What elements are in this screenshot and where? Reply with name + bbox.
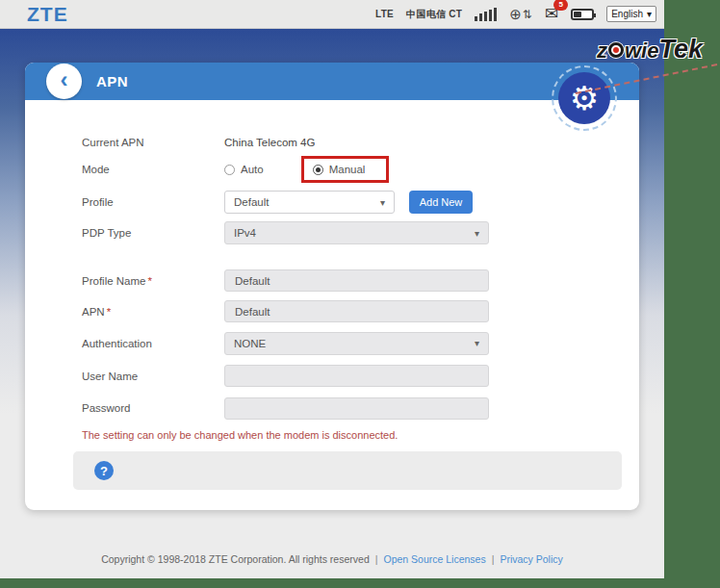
modem-warning-text: The setting can only be changed when the… bbox=[82, 429, 398, 441]
network-type-label: LTE bbox=[375, 9, 394, 19]
mode-label: Mode bbox=[82, 164, 224, 175]
updown-arrows-icon: ⇅ bbox=[523, 9, 532, 20]
mode-manual-label: Manual bbox=[329, 164, 366, 175]
required-asterisk: * bbox=[147, 275, 151, 287]
logo-text: Tek bbox=[658, 35, 703, 64]
language-value: English bbox=[611, 9, 643, 19]
battery-icon bbox=[571, 9, 594, 20]
chevron-down-icon: ▾ bbox=[647, 9, 652, 19]
radio-checked-icon bbox=[313, 165, 323, 175]
authentication-row: Authentication NONE ▾ bbox=[82, 332, 620, 354]
radio-unchecked-icon bbox=[224, 165, 235, 175]
required-asterisk: * bbox=[107, 306, 111, 318]
mode-manual-radio[interactable]: Manual bbox=[313, 164, 366, 175]
card-header: ‹ APN bbox=[25, 63, 639, 100]
user-name-label: User Name bbox=[82, 371, 224, 382]
router-admin-page: ZTE LTE 中国电信 CT ⊕ ⇅ ✉ 5 English ▾ bbox=[0, 0, 664, 578]
apn-input[interactable] bbox=[224, 300, 489, 322]
privacy-policy-link[interactable]: Privacy Policy bbox=[500, 553, 562, 565]
settings-gear-ring: ⚙ bbox=[552, 65, 617, 131]
profile-name-row: Profile Name* bbox=[82, 269, 620, 292]
password-row: Password bbox=[82, 396, 620, 420]
logo-text: wie bbox=[625, 38, 658, 64]
pdp-type-value: IPv4 bbox=[234, 227, 256, 239]
user-name-input[interactable] bbox=[224, 365, 489, 387]
authentication-select[interactable]: NONE ▾ bbox=[224, 332, 489, 355]
current-apn-value: China Telecom 4G bbox=[224, 137, 315, 148]
profile-name-input[interactable] bbox=[224, 269, 489, 292]
chevron-down-icon: ▾ bbox=[475, 228, 479, 239]
chevron-left-icon: ‹ bbox=[61, 68, 68, 91]
footer-separator: | bbox=[375, 553, 378, 565]
profile-select-value: Default bbox=[234, 196, 269, 208]
password-label: Password bbox=[82, 402, 224, 414]
mode-auto-label: Auto bbox=[241, 164, 264, 175]
language-select[interactable]: English ▾ bbox=[606, 6, 656, 22]
current-apn-row: Current APN China Telecom 4G bbox=[82, 131, 620, 154]
password-input[interactable] bbox=[224, 397, 489, 420]
page-background: ‹ APN ⚙ Current APN China Telecom 4G Mod… bbox=[0, 29, 664, 578]
mode-auto-radio[interactable]: Auto bbox=[224, 164, 264, 175]
authentication-label: Authentication bbox=[82, 338, 224, 349]
copyright-text: Copyright © 1998-2018 ZTE Corporation. A… bbox=[101, 553, 370, 565]
current-apn-label: Current APN bbox=[82, 137, 224, 148]
zowietek-logo: zwieTek bbox=[597, 35, 703, 64]
apn-settings-card: ‹ APN ⚙ Current APN China Telecom 4G Mod… bbox=[25, 63, 639, 510]
message-count-badge: 5 bbox=[553, 0, 568, 11]
chevron-down-icon: ▾ bbox=[475, 338, 479, 348]
carrier-label: 中国电信 CT bbox=[406, 8, 462, 21]
lens-dot-icon bbox=[608, 42, 624, 58]
footer-separator: | bbox=[492, 553, 495, 565]
help-icon[interactable]: ? bbox=[94, 461, 114, 480]
messages-indicator[interactable]: ✉ 5 bbox=[545, 6, 558, 23]
profile-name-label: Profile Name* bbox=[82, 275, 224, 287]
mode-row: Mode Auto Manual bbox=[82, 154, 620, 185]
apn-label: APN* bbox=[82, 306, 224, 318]
data-connection-icon: ⊕ ⇅ bbox=[509, 7, 532, 21]
help-bar: ? bbox=[73, 451, 622, 490]
back-button[interactable]: ‹ bbox=[46, 64, 82, 99]
add-new-button[interactable]: Add New bbox=[409, 191, 473, 214]
profile-select[interactable]: Default ▾ bbox=[224, 191, 395, 214]
signal-strength-icon bbox=[475, 8, 497, 21]
pdp-type-select[interactable]: IPv4 ▾ bbox=[224, 221, 489, 244]
status-icon-group: LTE 中国电信 CT ⊕ ⇅ ✉ 5 English ▾ bbox=[375, 6, 656, 23]
zte-logo: ZTE bbox=[27, 3, 68, 26]
footer: Copyright © 1998-2018 ZTE Corporation. A… bbox=[0, 553, 664, 565]
profile-label: Profile bbox=[82, 196, 224, 208]
globe-icon: ⊕ bbox=[509, 7, 522, 21]
open-source-licenses-link[interactable]: Open Source Licenses bbox=[383, 553, 485, 565]
apn-row: APN* bbox=[82, 300, 620, 322]
chevron-down-icon: ▾ bbox=[380, 197, 385, 208]
profile-row: Profile Default ▾ Add New bbox=[82, 191, 620, 214]
status-bar: ZTE LTE 中国电信 CT ⊕ ⇅ ✉ 5 English ▾ bbox=[0, 0, 664, 29]
pdp-type-label: PDP Type bbox=[82, 227, 224, 239]
user-name-row: User Name bbox=[82, 365, 620, 387]
pdp-type-row: PDP Type IPv4 ▾ bbox=[82, 221, 620, 244]
authentication-value: NONE bbox=[234, 338, 266, 349]
page-title: APN bbox=[96, 73, 128, 89]
gear-icon: ⚙ bbox=[570, 82, 599, 115]
logo-text: z bbox=[597, 38, 607, 64]
settings-button[interactable]: ⚙ bbox=[558, 72, 610, 124]
manual-highlight-box: Manual bbox=[301, 156, 390, 183]
